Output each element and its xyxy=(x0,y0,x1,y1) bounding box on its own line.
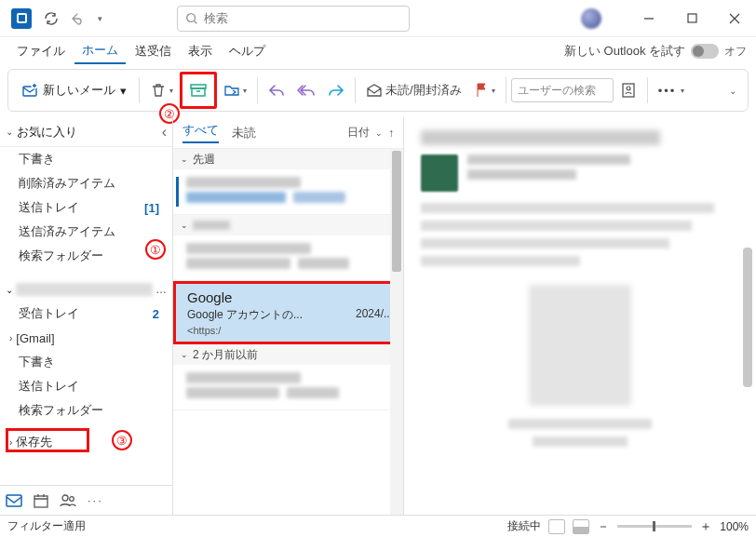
mail-view-icon[interactable] xyxy=(6,493,22,508)
move-folder-icon xyxy=(223,82,240,99)
message-item[interactable] xyxy=(173,235,403,281)
svg-rect-1 xyxy=(688,14,696,22)
mark-unread-read-button[interactable]: 未読/開封済み xyxy=(360,76,467,104)
undo-icon[interactable] xyxy=(63,7,88,31)
zoom-slider[interactable] xyxy=(617,525,692,528)
sidebar-item-sent[interactable]: 送信済みアイテム xyxy=(0,220,172,244)
main-area: ⌄ お気に入り ‹ 下書き 削除済みアイテム 送信トレイ[1] 送信済みアイテム… xyxy=(0,117,756,515)
user-search-input[interactable]: ユーザーの検索 xyxy=(511,78,614,102)
ribbon: 新しいメール ▾ ▾ ▾ 未読/開封済み ▾ ユーザーの検索 •••▾ ⌄ ② xyxy=(7,69,749,112)
delete-button[interactable]: ▾ xyxy=(144,76,179,104)
menu-home[interactable]: ホーム xyxy=(74,38,126,64)
menu-file[interactable]: ファイル xyxy=(9,39,73,63)
refresh-icon[interactable] xyxy=(39,7,63,31)
reading-body xyxy=(421,203,739,447)
search-input[interactable]: 検索 xyxy=(177,6,410,32)
message-list-header: すべて 未読 日付 ⌄ ↑ xyxy=(173,117,403,149)
maximize-button[interactable] xyxy=(670,0,713,37)
forward-button[interactable] xyxy=(322,76,350,104)
toggle-off-label: オフ xyxy=(724,44,747,60)
calendar-view-icon[interactable] xyxy=(34,493,48,508)
section-last-week[interactable]: ⌄先週 xyxy=(173,149,403,169)
forward-icon xyxy=(328,83,344,98)
ribbon-overflow-button[interactable]: •••▾ xyxy=(653,76,693,104)
user-avatar-icon[interactable] xyxy=(581,8,601,29)
reply-icon xyxy=(268,83,285,98)
archive-icon xyxy=(189,81,208,100)
nav-switcher: ··· xyxy=(0,485,172,515)
outlook-app-icon xyxy=(11,8,32,29)
section-2months[interactable]: ⌄2 か月前以前 xyxy=(173,344,403,365)
status-bar: フィルター適用 接続中 － ＋ 100% xyxy=(0,515,756,537)
sort-chevron-icon[interactable]: ⌄ xyxy=(375,128,383,138)
reply-button[interactable] xyxy=(263,76,290,104)
svg-point-11 xyxy=(70,496,74,501)
sidebar-item-gmail[interactable]: ›[Gmail] xyxy=(0,326,172,350)
message-item-selected[interactable]: Google Google アカウントの...2024/... <https:/ xyxy=(173,281,403,344)
tab-unread[interactable]: 未読 xyxy=(232,125,256,141)
image-thumbnail xyxy=(529,285,631,406)
collapse-pane-icon[interactable]: ‹ xyxy=(162,124,167,141)
chevron-down-icon: ⌄ xyxy=(6,127,13,137)
message-list-scrollbar[interactable] xyxy=(390,149,403,515)
nav-overflow-icon[interactable]: ··· xyxy=(88,493,103,507)
sidebar-item-outbox-acc[interactable]: 送信トレイ xyxy=(0,374,172,398)
svg-point-7 xyxy=(627,87,630,90)
try-new-outlook-label: 新しい Outlook を試す xyxy=(564,43,685,60)
zoom-level: 100% xyxy=(720,520,749,533)
svg-rect-8 xyxy=(7,495,21,506)
title-bar: ▾ 検索 xyxy=(0,0,756,37)
view-mode-reading-icon[interactable] xyxy=(573,519,589,534)
message-sender: Google xyxy=(187,289,393,305)
close-button[interactable] xyxy=(713,0,756,37)
message-item[interactable] xyxy=(173,169,403,215)
new-mail-icon xyxy=(21,82,38,99)
address-book-icon xyxy=(620,82,637,99)
minimize-button[interactable] xyxy=(628,0,670,37)
reading-pane xyxy=(404,117,756,515)
sort-by-label[interactable]: 日付 xyxy=(347,125,370,141)
ribbon-expand-button[interactable]: ⌄ xyxy=(723,76,742,104)
section-header-blur[interactable]: ⌄ xyxy=(173,215,403,235)
people-view-icon[interactable] xyxy=(60,493,76,508)
try-new-outlook-toggle[interactable] xyxy=(691,44,719,59)
sidebar-item-inbox[interactable]: 受信トレイ2 xyxy=(0,302,172,326)
menu-view[interactable]: 表示 xyxy=(181,39,220,63)
message-preview: <https:/ xyxy=(187,325,393,336)
account-header[interactable]: ⌄ … xyxy=(0,277,172,302)
archive-button[interactable] xyxy=(180,72,217,109)
reading-subject xyxy=(421,130,660,145)
sidebar-item-outbox[interactable]: 送信トレイ[1] xyxy=(0,195,172,220)
reply-all-icon xyxy=(297,83,316,98)
reading-pane-scrollbar[interactable] xyxy=(743,127,752,505)
menu-bar: ファイル ホーム 送受信 表示 ヘルプ 新しい Outlook を試す オフ xyxy=(0,37,756,65)
trash-icon xyxy=(150,82,167,99)
svg-rect-9 xyxy=(34,496,47,507)
svg-point-10 xyxy=(62,495,68,501)
annotation-3: ③ xyxy=(112,430,132,450)
menu-send-receive[interactable]: 送受信 xyxy=(128,39,179,63)
qat-overflow-icon[interactable]: ▾ xyxy=(88,7,112,31)
address-book-button[interactable] xyxy=(614,76,642,104)
favorites-header[interactable]: ⌄ お気に入り ‹ xyxy=(0,117,172,147)
flag-button[interactable]: ▾ xyxy=(468,76,501,104)
message-date: 2024/... xyxy=(356,307,393,323)
flag-icon xyxy=(474,82,489,99)
sidebar-item-drafts-acc[interactable]: 下書き xyxy=(0,350,172,374)
sort-direction-icon[interactable]: ↑ xyxy=(388,127,394,140)
move-button[interactable]: ▾ xyxy=(218,76,252,104)
tab-all[interactable]: すべて xyxy=(182,122,219,143)
sender-avatar-icon xyxy=(421,154,458,192)
zoom-in-button[interactable]: ＋ xyxy=(699,518,712,535)
sidebar-item-search-acc[interactable]: 検索フォルダー xyxy=(0,398,172,423)
search-icon xyxy=(185,12,198,25)
menu-help[interactable]: ヘルプ xyxy=(222,39,273,63)
new-mail-button[interactable]: 新しいメール ▾ xyxy=(14,76,134,104)
message-item[interactable] xyxy=(173,365,403,410)
reply-all-button[interactable] xyxy=(291,76,321,104)
view-mode-normal-icon[interactable] xyxy=(548,519,565,534)
sidebar-item-drafts[interactable]: 下書き xyxy=(0,147,172,171)
zoom-out-button[interactable]: － xyxy=(597,518,610,535)
sidebar-item-deleted[interactable]: 削除済みアイテム xyxy=(0,171,172,195)
status-filter: フィルター適用 xyxy=(7,518,86,534)
